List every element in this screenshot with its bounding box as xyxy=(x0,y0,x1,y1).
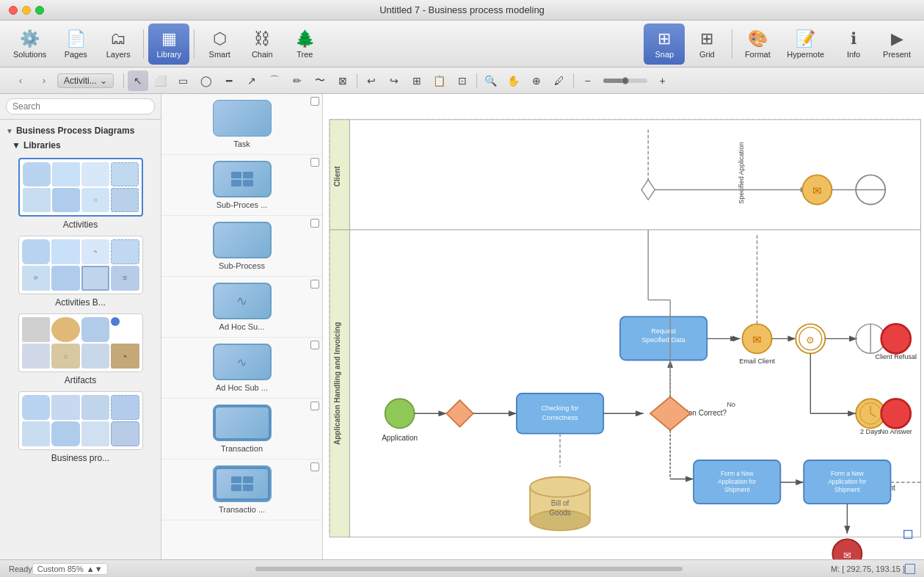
freehand-tool[interactable]: 〜 xyxy=(310,70,330,91)
connect-tool[interactable]: ⊠ xyxy=(332,70,353,91)
solutions-button[interactable]: ⚙️ Solutions xyxy=(6,23,54,65)
stamp-tool[interactable]: ⊕ xyxy=(526,70,547,91)
shape-adhoc-sub: ∿ Ad Hoc Su... xyxy=(161,277,322,338)
right-toolbar: ⊞ Snap ⊞ Grid 🎨 Format 📝 Hypernote ℹ Inf… xyxy=(644,23,918,65)
activities-thumbnail[interactable]: ⚙ xyxy=(18,158,143,217)
task-checkbox[interactable] xyxy=(310,97,319,106)
lib-item-activities: ⚙ Activities xyxy=(6,158,155,230)
minimize-button[interactable] xyxy=(22,6,31,15)
shape-subprocess: Sub-Process xyxy=(161,216,322,277)
layers-button[interactable]: 🗂 Layers xyxy=(98,23,139,65)
ready-status: Ready xyxy=(9,565,32,573)
ellipse-tool[interactable]: ◯ xyxy=(196,70,217,91)
transaction2-label: Transactio ... xyxy=(219,505,265,514)
page-breadcrumb[interactable]: Activiti... ⌄ xyxy=(57,73,114,88)
zoom-in-tool[interactable]: + xyxy=(652,70,673,91)
present-button[interactable]: ▶ Present xyxy=(876,23,918,65)
artifacts-thumbnail[interactable]: ⬡ ⚑ xyxy=(18,313,143,372)
svg-text:Application for: Application for xyxy=(718,479,756,485)
activities-b-thumbnail[interactable]: ∿ ⟳ ☰ xyxy=(18,236,143,294)
adhoc-sub-shape[interactable]: ∿ xyxy=(213,283,272,319)
hypernote-button[interactable]: 📝 Hypernote xyxy=(779,23,832,65)
adhoc-sub-label: Ad Hoc Su... xyxy=(219,322,265,331)
paste-tool[interactable]: 📋 xyxy=(429,70,450,91)
arrow-tool[interactable]: ↗ xyxy=(241,70,262,91)
svg-point-49 xyxy=(881,324,911,353)
zoom-out-tool[interactable]: − xyxy=(578,70,598,91)
svg-text:Application for: Application for xyxy=(828,479,866,485)
marquee-tool[interactable]: ⬜ xyxy=(150,70,171,91)
redo-tool[interactable]: ↪ xyxy=(384,70,404,91)
pages-button[interactable]: 📄 Pages xyxy=(55,23,96,65)
tool-sep-4 xyxy=(573,73,574,88)
subprocess-checkbox[interactable] xyxy=(310,219,319,228)
transaction2-checkbox[interactable] xyxy=(310,462,319,471)
library-button[interactable]: ▦ Library xyxy=(148,23,189,65)
canvas-area[interactable]: Client Specified Application Request to … xyxy=(323,94,924,559)
task-shape[interactable] xyxy=(213,100,272,137)
libs-collapse-icon: ▼ xyxy=(12,140,21,150)
adhoc-sub2-checkbox[interactable] xyxy=(310,341,319,349)
activities-label: Activities xyxy=(63,219,98,230)
transaction-checkbox[interactable] xyxy=(310,402,319,410)
bpd-section[interactable]: ▼ Business Process Diagrams xyxy=(0,123,161,139)
rect-tool[interactable]: ▭ xyxy=(173,70,194,91)
svg-text:Checking for: Checking for xyxy=(542,404,579,412)
snap-button[interactable]: ⊞ Snap xyxy=(644,23,685,65)
zoom-control[interactable]: Custom 85% ▲▼ xyxy=(32,563,108,575)
search-area xyxy=(0,94,161,120)
curve-tool[interactable]: ⌒ xyxy=(264,70,285,91)
svg-text:Client: Client xyxy=(333,166,341,186)
artifacts-label: Artifacts xyxy=(65,375,96,385)
svg-text:Application: Application xyxy=(382,434,418,442)
scrollbar-horizontal[interactable] xyxy=(114,567,826,571)
business-thumbnail[interactable] xyxy=(18,391,143,450)
diagram-svg: Client Specified Application Request to … xyxy=(323,94,924,559)
shape-task: Task xyxy=(161,94,322,155)
svg-text:Specified Data: Specified Data xyxy=(642,336,686,344)
status-bar: Ready Custom 85% ▲▼ M: [ 292.75, 193.15 … xyxy=(0,559,924,577)
subprocess-markers-checkbox[interactable] xyxy=(310,158,319,167)
maximize-button[interactable] xyxy=(35,6,44,15)
libraries-section[interactable]: ▼ Libraries xyxy=(0,139,161,152)
info-button[interactable]: ℹ Info xyxy=(833,23,874,65)
adhoc-sub2-shape[interactable]: ∿ xyxy=(213,344,272,380)
transaction2-shape[interactable] xyxy=(213,465,272,502)
select-tool[interactable]: ↖ xyxy=(128,70,148,91)
chain-button[interactable]: ⛓ Chain xyxy=(241,23,283,65)
transaction-shape[interactable] xyxy=(213,404,272,441)
layers-icon: 🗂 xyxy=(110,29,126,48)
search-input[interactable] xyxy=(6,98,155,115)
close-button[interactable] xyxy=(9,6,18,15)
hand-tool[interactable]: ✋ xyxy=(503,70,524,91)
drawing-toolbar: ‹ › Activiti... ⌄ ↖ ⬜ ▭ ◯ ━ ↗ ⌒ ✏ 〜 ⊠ ↩ … xyxy=(0,68,924,94)
main-toolbar: ⚙️ Solutions 📄 Pages 🗂 Layers ▦ Library … xyxy=(0,21,924,68)
resize-corner xyxy=(905,564,915,574)
format-button[interactable]: 🎨 Format xyxy=(737,23,778,65)
chain-icon: ⛓ xyxy=(254,29,270,48)
forward-button[interactable]: › xyxy=(34,70,54,91)
adhoc-sub-checkbox[interactable] xyxy=(310,280,319,288)
search-tool[interactable]: 🔍 xyxy=(481,70,501,91)
tree-button[interactable]: 🌲 Tree xyxy=(284,23,325,65)
format-icon: 🎨 xyxy=(748,29,768,48)
back-button[interactable]: ‹ xyxy=(10,70,31,91)
pen-tool[interactable]: ✏ xyxy=(287,70,308,91)
status-left: Ready xyxy=(9,565,32,573)
smart-icon: ⬡ xyxy=(213,29,227,48)
library-panel: ▼ Business Process Diagrams ▼ Libraries … xyxy=(0,94,161,559)
undo-tool[interactable]: ↩ xyxy=(361,70,382,91)
line-tool[interactable]: ━ xyxy=(219,70,239,91)
subprocess-shape[interactable] xyxy=(213,222,272,258)
grid-button[interactable]: ⊞ Grid xyxy=(686,23,727,65)
present-icon: ▶ xyxy=(891,29,903,48)
subprocess-markers-shape[interactable] xyxy=(213,161,272,197)
library-icon: ▦ xyxy=(161,29,177,48)
svg-point-65 xyxy=(530,477,590,497)
copy-tool[interactable]: ⊞ xyxy=(407,70,427,91)
toolbar-sep-3 xyxy=(732,29,732,59)
smart-button[interactable]: ⬡ Smart xyxy=(199,23,240,65)
group-tool[interactable]: ⊡ xyxy=(452,70,473,91)
svg-text:✉: ✉ xyxy=(843,550,851,559)
eyedrop-tool[interactable]: 🖊 xyxy=(549,70,570,91)
